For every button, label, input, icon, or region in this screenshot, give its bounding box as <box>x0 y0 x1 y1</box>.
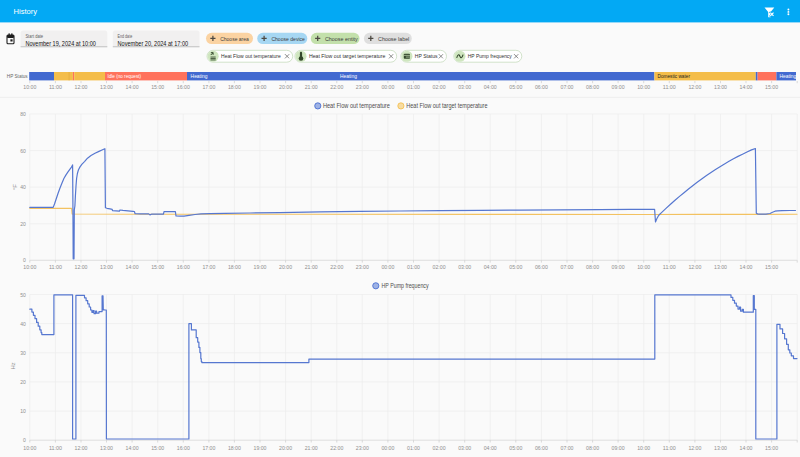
svg-text:Choose entity: Choose entity <box>325 36 358 42</box>
svg-text:17:00: 17:00 <box>202 84 215 90</box>
svg-text:12:00: 12:00 <box>75 445 88 451</box>
svg-text:19:00: 19:00 <box>254 264 267 270</box>
svg-text:16:00: 16:00 <box>177 445 190 451</box>
svg-text:Heating: Heating <box>340 73 357 79</box>
svg-text:13:00: 13:00 <box>714 264 727 270</box>
svg-text:14:00: 14:00 <box>126 445 139 451</box>
svg-text:15:00: 15:00 <box>151 445 164 451</box>
svg-text:°F: °F <box>12 184 18 190</box>
svg-text:04:00: 04:00 <box>484 84 497 90</box>
svg-text:18:00: 18:00 <box>228 445 241 451</box>
svg-text:History: History <box>14 7 38 16</box>
svg-text:14:00: 14:00 <box>740 264 753 270</box>
svg-text:07:00: 07:00 <box>561 264 574 270</box>
svg-text:02:00: 02:00 <box>433 264 446 270</box>
svg-text:01:00: 01:00 <box>407 84 420 90</box>
svg-text:00:00: 00:00 <box>381 445 394 451</box>
svg-text:Heat Flow out target temperatu: Heat Flow out target temperature <box>406 102 488 110</box>
svg-text:05:00: 05:00 <box>509 84 522 90</box>
svg-text:13:00: 13:00 <box>714 445 727 451</box>
svg-text:14:00: 14:00 <box>126 264 139 270</box>
svg-text:Heat Flow out temperature: Heat Flow out temperature <box>323 102 390 110</box>
svg-text:Choose area: Choose area <box>220 36 249 42</box>
svg-text:06:00: 06:00 <box>535 264 548 270</box>
svg-text:23:00: 23:00 <box>356 264 369 270</box>
svg-text:10:00: 10:00 <box>637 264 650 270</box>
svg-text:13:00: 13:00 <box>714 84 727 90</box>
svg-text:Heat Flow out temperature: Heat Flow out temperature <box>221 53 281 59</box>
svg-text:04:00: 04:00 <box>484 445 497 451</box>
svg-text:30: 30 <box>20 349 26 356</box>
svg-text:16:00: 16:00 <box>177 84 190 90</box>
svg-text:50: 50 <box>20 291 26 298</box>
svg-text:12:00: 12:00 <box>75 264 88 270</box>
svg-text:02:00: 02:00 <box>433 84 446 90</box>
svg-text:02:00: 02:00 <box>433 445 446 451</box>
svg-text:04:00: 04:00 <box>484 264 497 270</box>
svg-text:HP Status: HP Status <box>415 53 438 59</box>
svg-text:13:00: 13:00 <box>100 84 113 90</box>
svg-text:22:00: 22:00 <box>330 264 343 270</box>
svg-text:15:00: 15:00 <box>151 84 164 90</box>
svg-text:Idle (no request): Idle (no request) <box>108 73 142 79</box>
svg-text:15:00: 15:00 <box>151 264 164 270</box>
svg-text:08:00: 08:00 <box>586 84 599 90</box>
svg-text:07:00: 07:00 <box>561 445 574 451</box>
svg-text:Heat Flow out target temperatu: Heat Flow out target temperature <box>309 53 386 59</box>
svg-text:HP Pump frequency: HP Pump frequency <box>468 53 512 59</box>
svg-text:08:00: 08:00 <box>586 264 599 270</box>
svg-text:12:00: 12:00 <box>75 84 88 90</box>
svg-text:06:00: 06:00 <box>535 445 548 451</box>
svg-text:00:00: 00:00 <box>381 84 394 90</box>
svg-text:10:00: 10:00 <box>23 264 36 270</box>
svg-text:Heating: Heating <box>191 73 208 79</box>
svg-text:80: 80 <box>20 110 26 117</box>
svg-text:13:00: 13:00 <box>100 264 113 270</box>
svg-text:21:00: 21:00 <box>305 84 318 90</box>
svg-text:05:00: 05:00 <box>509 445 522 451</box>
svg-text:17:00: 17:00 <box>202 445 215 451</box>
svg-text:11:00: 11:00 <box>663 445 676 451</box>
svg-text:16:00: 16:00 <box>177 264 190 270</box>
svg-text:10: 10 <box>20 407 26 414</box>
svg-text:09:00: 09:00 <box>612 445 625 451</box>
svg-text:12:00: 12:00 <box>688 264 701 270</box>
svg-text:HP Pump frequency: HP Pump frequency <box>382 282 430 290</box>
svg-text:60: 60 <box>20 147 26 154</box>
svg-text:11:00: 11:00 <box>663 264 676 270</box>
svg-text:14:00: 14:00 <box>740 84 753 90</box>
svg-text:15:00: 15:00 <box>765 264 778 270</box>
svg-text:12:00: 12:00 <box>688 445 701 451</box>
svg-text:Hz: Hz <box>10 362 16 369</box>
svg-text:09:00: 09:00 <box>612 84 625 90</box>
svg-text:22:00: 22:00 <box>330 445 343 451</box>
svg-text:21:00: 21:00 <box>305 445 318 451</box>
svg-text:15:00: 15:00 <box>765 84 778 90</box>
svg-text:20:00: 20:00 <box>279 264 292 270</box>
svg-text:Choose device: Choose device <box>271 36 305 42</box>
svg-text:20: 20 <box>20 220 26 227</box>
svg-text:18:00: 18:00 <box>228 84 241 90</box>
svg-text:40: 40 <box>20 320 26 327</box>
svg-text:20:00: 20:00 <box>279 445 292 451</box>
svg-text:Domestic water: Domestic water <box>658 73 691 79</box>
svg-text:00:00: 00:00 <box>381 264 394 270</box>
svg-text:03:00: 03:00 <box>458 264 471 270</box>
svg-text:10:00: 10:00 <box>637 84 650 90</box>
svg-text:09:00: 09:00 <box>612 264 625 270</box>
svg-text:10:00: 10:00 <box>637 445 650 451</box>
svg-text:01:00: 01:00 <box>407 264 420 270</box>
svg-text:20:00: 20:00 <box>279 84 292 90</box>
svg-text:11:00: 11:00 <box>49 445 62 451</box>
svg-text:November 19, 2024 at 10:00: November 19, 2024 at 10:00 <box>25 40 96 47</box>
svg-text:17:00: 17:00 <box>202 264 215 270</box>
svg-text:10:00: 10:00 <box>23 445 36 451</box>
svg-text:10:00: 10:00 <box>23 84 36 90</box>
svg-text:12:00: 12:00 <box>688 84 701 90</box>
svg-text:14:00: 14:00 <box>740 445 753 451</box>
svg-text:03:00: 03:00 <box>458 84 471 90</box>
svg-text:01:00: 01:00 <box>407 445 420 451</box>
svg-text:15:00: 15:00 <box>765 445 778 451</box>
svg-text:40: 40 <box>20 183 26 190</box>
svg-text:21:00: 21:00 <box>305 264 318 270</box>
